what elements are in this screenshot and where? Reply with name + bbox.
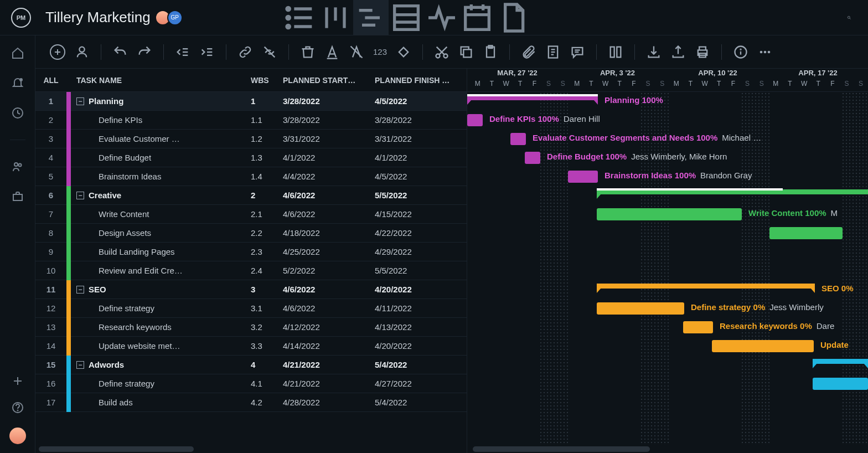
clear-format-icon[interactable] — [349, 44, 364, 60]
undo-icon[interactable] — [112, 44, 128, 60]
more-icon[interactable] — [757, 44, 773, 60]
cut-icon[interactable] — [434, 44, 450, 60]
add-icon[interactable] — [11, 374, 24, 388]
task-row[interactable]: 2 Define KPIs 1.1 3/28/2022 3/28/2022 — [35, 111, 467, 130]
gantt-bar[interactable] — [813, 378, 868, 390]
gantt-bar[interactable] — [467, 114, 483, 126]
task-name: Define strategy — [71, 303, 251, 313]
day-label: S — [655, 80, 669, 92]
view-sheet-icon[interactable] — [389, 0, 424, 35]
notes-icon[interactable] — [545, 44, 561, 60]
view-gantt-icon[interactable] — [353, 0, 389, 35]
row-number: 3 — [35, 134, 66, 143]
task-row[interactable]: 15 −Adwords 4 4/21/2022 5/4/2022 — [35, 356, 467, 374]
search-icon[interactable] — [841, 10, 857, 25]
task-row[interactable]: 9 Build Landing Pages 2.3 4/25/2022 4/29… — [35, 243, 467, 261]
svg-point-65 — [760, 50, 763, 53]
planned-finish-cell: 4/22/2022 — [375, 228, 467, 238]
task-row[interactable]: 10 Review and Edit Cre… 2.4 5/2/2022 5/5… — [35, 261, 467, 280]
task-row[interactable]: 17 Build ads 4.2 4/28/2022 5/4/2022 — [35, 393, 467, 412]
col-wbs[interactable]: WBS — [251, 76, 283, 85]
delete-icon[interactable] — [300, 44, 316, 60]
text-style-icon[interactable] — [324, 44, 340, 60]
view-board-icon[interactable] — [318, 0, 353, 35]
home-icon[interactable] — [11, 47, 24, 60]
wbs-cell: 2.2 — [251, 228, 283, 238]
topbar: PM Tillery Marketing GP — [0, 0, 868, 35]
task-row[interactable]: 4 Define Budget 1.3 4/1/2022 4/1/2022 — [35, 148, 467, 167]
collapse-icon[interactable]: − — [76, 97, 84, 105]
gantt-bar[interactable] — [597, 208, 742, 220]
task-row[interactable]: 13 Research keywords 3.2 4/12/2022 4/13/… — [35, 318, 467, 337]
task-row[interactable]: 1 −Planning 1 3/28/2022 4/5/2022 — [35, 92, 467, 111]
indent-icon[interactable] — [199, 44, 215, 60]
clock-icon[interactable] — [11, 106, 24, 120]
team-icon[interactable] — [11, 160, 24, 173]
toolbar-number[interactable]: 123 — [373, 47, 387, 56]
gantt-label: Planning 100% — [604, 95, 663, 105]
export-icon[interactable] — [670, 44, 686, 60]
outdent-icon[interactable] — [175, 44, 190, 60]
row-color-bar — [66, 243, 71, 261]
assign-icon[interactable] — [74, 44, 90, 60]
import-icon[interactable] — [646, 44, 662, 60]
week-label: APR, 17 '22 — [768, 69, 868, 80]
collapse-icon[interactable]: − — [76, 192, 84, 199]
unlink-icon[interactable] — [262, 44, 277, 60]
redo-icon[interactable] — [137, 44, 152, 60]
briefcase-icon[interactable] — [11, 190, 24, 203]
info-icon[interactable] — [733, 44, 748, 60]
attachment-icon[interactable] — [521, 44, 536, 60]
row-color-bar — [66, 130, 71, 148]
gantt-bar[interactable] — [467, 95, 598, 100]
avatar[interactable]: GP — [167, 10, 183, 25]
task-row[interactable]: 11 −SEO 3 4/6/2022 4/20/2022 — [35, 280, 467, 299]
bell-icon[interactable] — [11, 76, 24, 90]
task-row[interactable]: 14 Update website met… 3.3 4/14/2022 4/2… — [35, 337, 467, 356]
diamond-icon[interactable] — [396, 44, 411, 60]
member-avatars[interactable]: GP — [158, 10, 183, 25]
view-calendar-icon[interactable] — [459, 0, 495, 35]
gantt-scrollbar[interactable] — [467, 445, 868, 453]
gantt-bar[interactable] — [597, 284, 815, 289]
grid-scrollbar[interactable] — [35, 445, 467, 453]
col-planned-start[interactable]: PLANNED START… — [283, 76, 375, 85]
gantt-bar[interactable] — [712, 340, 814, 352]
task-row[interactable]: 16 Define strategy 4.1 4/21/2022 4/27/20… — [35, 374, 467, 393]
comment-icon[interactable] — [570, 44, 585, 60]
task-row[interactable]: 6 −Creative 2 4/6/2022 5/5/2022 — [35, 186, 467, 205]
col-name[interactable]: TASK NAME — [71, 76, 251, 85]
print-icon[interactable] — [695, 44, 710, 60]
wbs-cell: 1.3 — [251, 153, 283, 162]
col-all[interactable]: ALL — [35, 76, 66, 85]
task-row[interactable]: 7 Write Content 2.1 4/6/2022 4/15/2022 — [35, 205, 467, 224]
task-row[interactable]: 12 Define strategy 3.1 4/6/2022 4/11/202… — [35, 299, 467, 318]
task-row[interactable]: 5 Brainstorm Ideas 1.4 4/4/2022 4/5/2022 — [35, 167, 467, 186]
planned-finish-cell: 4/20/2022 — [375, 285, 467, 294]
view-file-icon[interactable] — [495, 0, 530, 35]
col-planned-finish[interactable]: PLANNED FINISH … — [375, 76, 467, 85]
gantt-bar[interactable] — [525, 152, 540, 164]
app-logo[interactable]: PM — [11, 8, 31, 28]
gantt-bar[interactable] — [769, 227, 843, 239]
add-task-button[interactable] — [50, 44, 65, 60]
view-list-icon[interactable] — [282, 0, 318, 35]
columns-icon[interactable] — [608, 44, 623, 60]
task-row[interactable]: 3 Evaluate Customer … 1.2 3/31/2022 3/31… — [35, 130, 467, 148]
gantt-bar[interactable] — [597, 302, 684, 315]
paste-icon[interactable] — [483, 44, 498, 60]
user-avatar[interactable] — [9, 428, 26, 444]
link-icon[interactable] — [237, 44, 253, 60]
gantt-bar[interactable] — [568, 171, 598, 183]
collapse-icon[interactable]: − — [76, 286, 84, 294]
gantt-bar[interactable] — [683, 321, 713, 333]
view-activity-icon[interactable] — [424, 0, 459, 35]
collapse-icon[interactable]: − — [76, 361, 84, 369]
gantt-bar[interactable] — [597, 189, 868, 194]
gantt-bar[interactable] — [510, 133, 526, 145]
help-icon[interactable] — [11, 401, 24, 414]
task-row[interactable]: 8 Design Assets 2.2 4/18/2022 4/22/2022 — [35, 224, 467, 243]
copy-icon[interactable] — [458, 44, 474, 60]
row-number: 11 — [35, 285, 66, 294]
gantt-bar[interactable] — [813, 359, 868, 364]
